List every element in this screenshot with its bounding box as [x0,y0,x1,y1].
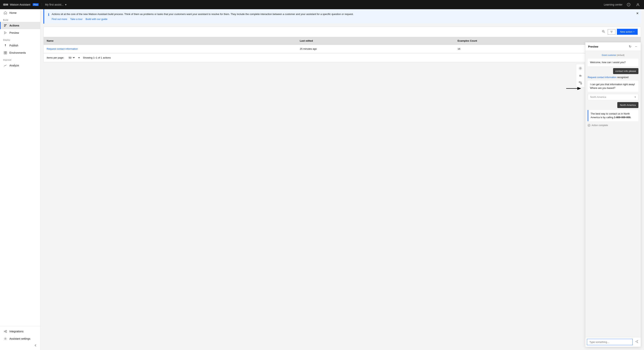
dropdown-chevron-icon: ▾ [634,96,636,98]
svg-rect-5 [4,26,6,27]
info-banner-content: Actions sit at the core of the new Watso… [52,12,354,20]
greet-label-text: Greet customer [default] [602,54,624,56]
chat-send-button[interactable] [634,339,639,345]
new-action-button[interactable]: New action + [617,29,638,35]
sidebar-label-preview: Preview [10,31,19,34]
brand-plus: Plus [33,3,38,6]
refresh-button[interactable]: ↻ [628,44,632,49]
home-icon [4,11,7,14]
chat-input-area [586,337,641,347]
svg-rect-10 [6,53,7,54]
sidebar-item-preview[interactable]: Preview [0,29,40,36]
integrations-icon [4,330,7,333]
items-per-page-select[interactable]: 50 25 10 [67,56,75,60]
items-per-page-label: Items per page: [47,56,64,59]
actions-table-element: Name Last edited Examples Count Request … [44,37,641,53]
help-icon[interactable]: ? [626,1,632,8]
learning-center-link[interactable]: Learning center [604,3,622,6]
greet-label: Greet customer [default] [588,54,638,56]
recognized-action-link[interactable]: Request contact information [588,76,616,79]
info-banner: ℹ Actions sit at the core of the new Wat… [44,9,641,24]
chevron-down-icon: ▾ [65,3,66,6]
svg-point-11 [4,331,5,332]
sidebar-deploy-section: Deploy [0,36,40,42]
pagination: Items per page: 50 25 10 ▾ Showing 1–1 o… [44,53,641,62]
svg-point-13 [6,332,7,333]
svg-line-15 [5,332,6,332]
svg-line-18 [604,32,604,33]
user-msg-container: contact info please [588,68,638,74]
search-button[interactable] [601,29,606,35]
info-banner-links: Find out more Take a tour Build with our… [52,18,354,20]
sidebar-item-assistant-settings[interactable]: Assistant settings [0,335,40,342]
sidebar-label-home: Home [10,11,16,14]
table-toolbar: New action + [44,27,641,37]
sidebar-collapse-btn[interactable] [0,342,40,349]
svg-rect-23 [579,82,580,83]
preview-title: Preview [588,45,598,48]
svg-point-12 [6,330,7,331]
action-complete-text: Action complete [592,124,608,127]
chat-input[interactable] [587,339,633,345]
fx-icon-btn[interactable]: fx [577,72,584,79]
sidebar-item-integrations[interactable]: Integrations [0,328,40,335]
svg-point-29 [588,124,590,127]
sidebar-label-assistant-settings: Assistant settings [10,337,30,340]
side-icon-bar: fx [576,64,585,87]
sidebar-item-actions[interactable]: Actions [0,22,40,29]
showing-text: Showing 1–1 of 1 actions [83,56,111,59]
preview-header: Preview ↻ − [586,42,641,51]
take-a-tour-link[interactable]: Take a tour [70,18,82,20]
user-icon[interactable] [635,1,641,8]
user-selection-container: North America [588,102,638,108]
user-message: contact info please [613,68,638,74]
actions-icon [4,24,7,27]
bot-welcome-msg: Welcome, how can I assist you? [588,58,638,66]
svg-line-14 [5,331,6,331]
environments-icon [4,51,7,54]
minimize-button[interactable]: − [634,44,638,49]
variable-icon-btn[interactable] [577,79,584,86]
svg-rect-24 [580,83,582,84]
sidebar-item-home[interactable]: Home [0,9,40,16]
region-dropdown[interactable]: North America ▾ [588,94,638,100]
build-with-guide-link[interactable]: Build with our guide [86,18,108,20]
assistant-settings-icon [4,337,7,341]
dropdown-placeholder: North America [590,96,606,98]
fx-icon: fx [579,74,582,77]
svg-point-22 [580,68,581,69]
arrow-annotation [565,86,582,91]
info-banner-text: Actions sit at the core of the new Watso… [52,12,354,16]
actions-table: Name Last edited Examples Count Request … [44,37,641,62]
action-complete: Action complete [588,124,638,127]
info-icon: ℹ [48,12,50,17]
sidebar-label-actions: Actions [10,24,19,27]
preview-icon [4,31,7,34]
table-row: Request contact information 25 minutes a… [44,44,641,53]
filter-button[interactable] [608,29,615,34]
sidebar-improve-section: Improve [0,56,40,62]
svg-text:?: ? [628,3,629,6]
brand: IBM Watson Assistant Plus [3,3,42,6]
info-banner-close[interactable]: ✕ [636,11,638,15]
final-response-msg: The best way to contact us in North Amer… [588,110,638,121]
recognized-line: Request contact information recognized [588,76,638,79]
sidebar-item-environments[interactable]: Environments [0,49,40,56]
find-out-more-link[interactable]: Find out more [52,18,67,20]
sidebar-item-publish[interactable]: Publish [0,42,40,49]
col-last-edited: Last edited [297,37,454,45]
svg-rect-4 [4,25,6,26]
gear-icon-btn[interactable] [577,65,584,72]
publish-icon [4,44,7,47]
top-nav: IBM Watson Assistant Plus My first assis… [0,0,644,9]
col-name: Name [44,37,297,45]
action-link[interactable]: Request contact information [47,47,78,50]
svg-rect-8 [6,51,7,53]
sidebar-label-analyze: Analyze [10,64,19,67]
assistant-selector[interactable]: My first assist... ▾ [42,3,66,6]
top-nav-right: Learning center ? [604,1,641,8]
sidebar-label-integrations: Integrations [10,330,24,333]
sidebar-item-analyze[interactable]: Analyze [0,62,40,69]
north-america-btn[interactable]: North America [617,102,638,108]
chevron-down-icon: ▾ [78,56,80,59]
